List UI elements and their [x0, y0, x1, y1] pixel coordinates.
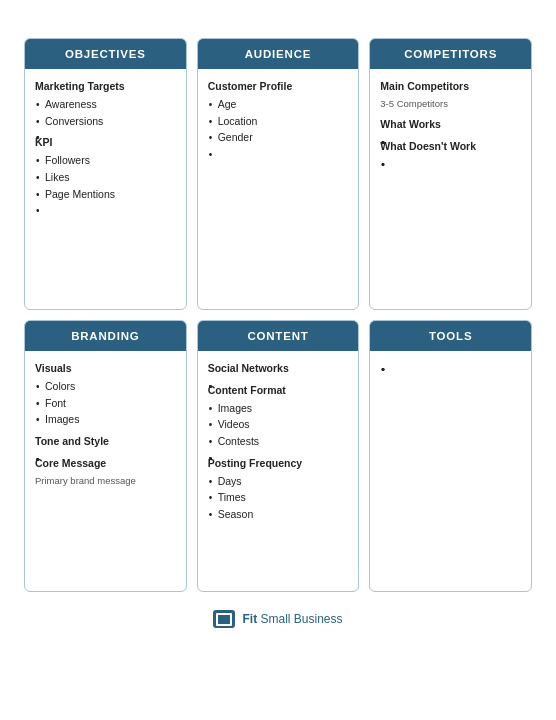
card-body-content: Social NetworksContent FormatImagesVideo…	[198, 351, 359, 591]
card-audience: AUDIENCECustomer ProfileAgeLocationGende…	[197, 38, 360, 310]
bullet-list: FollowersLikesPage Mentions	[35, 153, 176, 202]
brand-name: Fit Small Business	[242, 612, 342, 626]
bullet-list: ColorsFontImages	[35, 379, 176, 428]
brand-icon	[213, 610, 235, 628]
card-body-audience: Customer ProfileAgeLocationGender	[198, 69, 359, 309]
card-body-competitors: Main Competitors3-5 CompetitorsWhat Work…	[370, 69, 531, 309]
list-item: Gender	[208, 130, 349, 146]
grid-row2: BRANDINGVisualsColorsFontImagesTone and …	[24, 320, 532, 592]
card-header-content: CONTENT	[198, 321, 359, 351]
card-competitors: COMPETITORSMain Competitors3-5 Competito…	[369, 38, 532, 310]
list-item: Images	[35, 412, 176, 428]
section-title: Core Message	[35, 456, 176, 472]
sub-note: 3-5 Competitors	[380, 97, 521, 111]
list-item: Videos	[208, 417, 349, 433]
list-item: Season	[208, 507, 349, 523]
list-item: Times	[208, 490, 349, 506]
section-title: Customer Profile	[208, 79, 349, 95]
section-title: What Doesn't Work	[380, 139, 521, 155]
card-body-objectives: Marketing TargetsAwarenessConversionsKPI…	[25, 69, 186, 309]
bullet-list: ImagesVideosContests	[208, 401, 349, 450]
list-item: Images	[208, 401, 349, 417]
bullet-list: DaysTimesSeason	[208, 474, 349, 523]
card-header-tools: TOOLS	[370, 321, 531, 351]
list-item: Followers	[35, 153, 176, 169]
section-title: Social Networks	[208, 361, 349, 377]
list-item: Likes	[35, 170, 176, 186]
list-item: Page Mentions	[35, 187, 176, 203]
bullet-list: AwarenessConversions	[35, 97, 176, 130]
sub-note: Primary brand message	[35, 474, 176, 488]
list-item: Awareness	[35, 97, 176, 113]
card-tools: TOOLS	[369, 320, 532, 592]
list-item: Colors	[35, 379, 176, 395]
grid-row1: OBJECTIVESMarketing TargetsAwarenessConv…	[24, 38, 532, 310]
card-header-competitors: COMPETITORS	[370, 39, 531, 69]
list-item: Font	[35, 396, 176, 412]
section-title: Posting Frequency	[208, 456, 349, 472]
list-item: Location	[208, 114, 349, 130]
list-item: Days	[208, 474, 349, 490]
card-header-objectives: OBJECTIVES	[25, 39, 186, 69]
card-content: CONTENTSocial NetworksContent FormatImag…	[197, 320, 360, 592]
card-body-tools	[370, 351, 531, 591]
card-branding: BRANDINGVisualsColorsFontImagesTone and …	[24, 320, 187, 592]
list-item: Conversions	[35, 114, 176, 130]
section-title: Main Competitors	[380, 79, 521, 95]
card-body-branding: VisualsColorsFontImagesTone and StyleCor…	[25, 351, 186, 591]
bullet-list: AgeLocationGender	[208, 97, 349, 146]
section-title: KPI	[35, 135, 176, 151]
section-title: What Works	[380, 117, 521, 133]
list-item: Contests	[208, 434, 349, 450]
footer: Fit Small Business	[24, 610, 532, 628]
list-item: Age	[208, 97, 349, 113]
card-header-audience: AUDIENCE	[198, 39, 359, 69]
section-title: Visuals	[35, 361, 176, 377]
card-header-branding: BRANDING	[25, 321, 186, 351]
section-title: Content Format	[208, 383, 349, 399]
card-objectives: OBJECTIVESMarketing TargetsAwarenessConv…	[24, 38, 187, 310]
section-title: Marketing Targets	[35, 79, 176, 95]
section-title: Tone and Style	[35, 434, 176, 450]
